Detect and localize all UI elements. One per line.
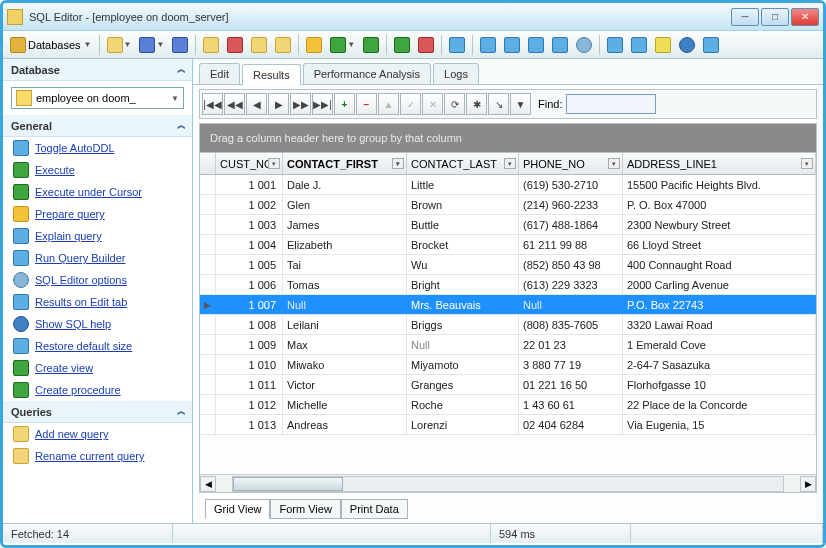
builder-icon <box>13 250 29 266</box>
sql-help-link[interactable]: Show SQL help <box>3 313 192 335</box>
nav-edit[interactable]: ▲ <box>378 93 399 115</box>
table-row[interactable]: ▶1 007NullMrs. BeauvaisNullP.O. Box 2274… <box>200 295 816 315</box>
database-selector[interactable]: employee on doom_▼ <box>11 87 184 109</box>
minimize-button[interactable]: ─ <box>731 8 759 26</box>
table-row[interactable]: 1 008LeilaniBriggs(808) 835-76053320 Law… <box>200 315 816 335</box>
tab-logs[interactable]: Logs <box>433 63 479 84</box>
table-row[interactable]: 1 006TomasBright(613) 229 33232000 Carli… <box>200 275 816 295</box>
general-panel-header[interactable]: General︽ <box>3 115 192 137</box>
rename-query-link[interactable]: Rename current query <box>3 445 192 467</box>
nav-goto[interactable]: ↘ <box>488 93 509 115</box>
nav-last[interactable]: ▶▶| <box>312 93 333 115</box>
play-cursor-icon <box>13 184 29 200</box>
tb-ren[interactable] <box>272 34 294 56</box>
nav-post[interactable]: ✓ <box>400 93 421 115</box>
explain-link[interactable]: Explain query <box>3 225 192 247</box>
maximize-button[interactable]: □ <box>761 8 789 26</box>
table-row[interactable]: 1 002GlenBrown(214) 960-2233P. O. Box 47… <box>200 195 816 215</box>
hdr-address[interactable]: ADDRESS_LINE1▾ <box>623 153 816 174</box>
restore-size-link[interactable]: Restore default size <box>3 335 192 357</box>
extra1-button[interactable] <box>604 34 626 56</box>
export1-button[interactable] <box>477 34 499 56</box>
tab-edit[interactable]: Edit <box>199 63 240 84</box>
nav-first[interactable]: |◀◀ <box>202 93 223 115</box>
open-button[interactable]: ▼ <box>104 34 135 56</box>
hdr-cust-no[interactable]: CUST_NO▾ <box>216 153 283 174</box>
query-builder-link[interactable]: Run Query Builder <box>3 247 192 269</box>
tab-form-view[interactable]: Form View <box>270 499 340 519</box>
tb-del[interactable] <box>224 34 246 56</box>
rollback-button[interactable] <box>415 34 437 56</box>
results-edit-link[interactable]: Results on Edit tab <box>3 291 192 313</box>
play-cursor-icon <box>363 37 379 53</box>
add-query-link[interactable]: Add new query <box>3 423 192 445</box>
find-button[interactable] <box>446 34 468 56</box>
horizontal-scrollbar[interactable]: ◀ ▶ <box>200 474 816 492</box>
scroll-right-arrow[interactable]: ▶ <box>800 476 816 492</box>
nav-delete[interactable]: − <box>356 93 377 115</box>
group-by-box[interactable]: Drag a column header here to group by th… <box>199 123 817 153</box>
create-view-link[interactable]: Create view <box>3 357 192 379</box>
table-row[interactable]: 1 003JamesButtle(617) 488-18642300 Newbu… <box>200 215 816 235</box>
database-panel-header[interactable]: Database︽ <box>3 59 192 81</box>
nav-cancel[interactable]: ✕ <box>422 93 443 115</box>
database-icon <box>10 37 26 53</box>
tb-new[interactable] <box>200 34 222 56</box>
save-button[interactable]: ▼ <box>136 34 167 56</box>
table-row[interactable]: 1 005TaiWu(852) 850 43 98400 Connaught R… <box>200 255 816 275</box>
options-link[interactable]: SQL Editor options <box>3 269 192 291</box>
tab-print-data[interactable]: Print Data <box>341 499 408 519</box>
execute-cursor-link[interactable]: Execute under Cursor <box>3 181 192 203</box>
scrollbar-thumb[interactable] <box>233 477 343 491</box>
cfg-button[interactable] <box>573 34 595 56</box>
prepare-button[interactable] <box>303 34 325 56</box>
queries-panel-header[interactable]: Queries︽ <box>3 401 192 423</box>
execute-link[interactable]: Execute <box>3 159 192 181</box>
hdr-contact-last[interactable]: CONTACT_LAST▾ <box>407 153 519 174</box>
nav-add[interactable]: + <box>334 93 355 115</box>
table-row[interactable]: 1 011VictorGranges01 221 16 50Florhofgas… <box>200 375 816 395</box>
nav-refresh[interactable]: ⟳ <box>444 93 465 115</box>
exec-cursor-button[interactable] <box>360 34 382 56</box>
nav-nextpage[interactable]: ▶▶ <box>290 93 311 115</box>
export4-button[interactable] <box>549 34 571 56</box>
tab-grid-view[interactable]: Grid View <box>205 499 270 519</box>
toggle-autoddl-link[interactable]: Toggle AutoDDL <box>3 137 192 159</box>
table-row[interactable]: 1 001Dale J.Little(619) 530-271015500 Pa… <box>200 175 816 195</box>
rename-icon <box>13 448 29 464</box>
table-row[interactable]: 1 012MichelleRoche1 43 60 6122 Place de … <box>200 395 816 415</box>
nav-prev[interactable]: ◀ <box>246 93 267 115</box>
extra2-button[interactable] <box>628 34 650 56</box>
export3-button[interactable] <box>525 34 547 56</box>
nav-filter[interactable]: ▼ <box>510 93 531 115</box>
tab-results[interactable]: Results <box>242 64 301 85</box>
plus-icon <box>13 360 29 376</box>
tb-dup[interactable] <box>248 34 270 56</box>
create-proc-link[interactable]: Create procedure <box>3 379 192 401</box>
extra3-button[interactable] <box>652 34 674 56</box>
scroll-left-arrow[interactable]: ◀ <box>200 476 216 492</box>
prepare-link[interactable]: Prepare query <box>3 203 192 225</box>
status-fetched: Fetched: 14 <box>3 524 173 543</box>
help-icon <box>679 37 695 53</box>
hdr-contact-first[interactable]: CONTACT_FIRST▾ <box>283 153 407 174</box>
hdr-phone[interactable]: PHONE_NO▾ <box>519 153 623 174</box>
nav-next[interactable]: ▶ <box>268 93 289 115</box>
nav-bookmark[interactable]: ✱ <box>466 93 487 115</box>
restore-button[interactable] <box>700 34 722 56</box>
execute-button[interactable]: ▼ <box>327 34 358 56</box>
nav-prevpage[interactable]: ◀◀ <box>224 93 245 115</box>
gear-icon <box>576 37 592 53</box>
table-row[interactable]: 1 013AndreasLorenzi02 404 6284Via Eugeni… <box>200 415 816 435</box>
export2-button[interactable] <box>501 34 523 56</box>
saveall-button[interactable] <box>169 34 191 56</box>
tab-performance[interactable]: Performance Analysis <box>303 63 431 84</box>
help-button[interactable] <box>676 34 698 56</box>
table-row[interactable]: 1 009MaxNull22 01 231 Emerald Cove <box>200 335 816 355</box>
table-row[interactable]: 1 004ElizabethBrocket61 211 99 8866 Lloy… <box>200 235 816 255</box>
close-button[interactable]: ✕ <box>791 8 819 26</box>
databases-dropdown[interactable]: Databases▼ <box>7 34 95 56</box>
find-input[interactable] <box>566 94 656 114</box>
table-row[interactable]: 1 010MiwakoMiyamoto3 880 77 192-64-7 Sas… <box>200 355 816 375</box>
commit-button[interactable] <box>391 34 413 56</box>
